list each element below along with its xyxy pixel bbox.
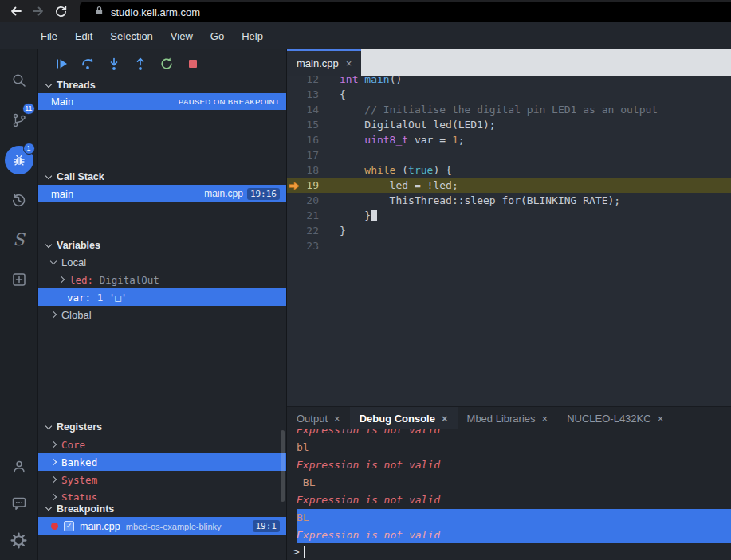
step-into-icon[interactable] bbox=[107, 57, 121, 71]
chevron-down-icon bbox=[45, 80, 52, 87]
close-icon[interactable]: × bbox=[346, 57, 352, 69]
code-line: 13{ bbox=[287, 87, 731, 102]
debug-toolbar bbox=[38, 49, 286, 77]
register-group-banked[interactable]: Banked bbox=[38, 453, 286, 471]
console-line: BL bbox=[297, 509, 731, 527]
menu-go[interactable]: Go bbox=[202, 22, 233, 49]
scm-badge: 11 bbox=[22, 103, 34, 115]
breakpoint-project: mbed-os-example-blinky bbox=[126, 522, 222, 531]
browser-chrome: studio.keil.arm.com bbox=[0, 0, 731, 22]
s-logo-icon[interactable]: S bbox=[0, 220, 38, 260]
chevron-right-icon bbox=[50, 494, 57, 500]
menu-edit[interactable]: Edit bbox=[66, 22, 101, 49]
registers-section-header[interactable]: Registers bbox=[38, 418, 286, 436]
input-caret bbox=[304, 546, 305, 558]
close-icon[interactable]: × bbox=[334, 413, 340, 425]
tab-mbed-libraries[interactable]: Mbed Libraries× bbox=[458, 407, 558, 429]
menubar: File Edit Selection View Go Help bbox=[0, 22, 731, 49]
continue-icon[interactable] bbox=[54, 57, 69, 71]
threads-section-header[interactable]: Threads bbox=[38, 77, 286, 93]
register-group-system[interactable]: System bbox=[38, 471, 286, 488]
chevron-right-icon bbox=[50, 311, 57, 318]
console-line: bl bbox=[287, 439, 731, 456]
search-icon[interactable] bbox=[0, 61, 38, 100]
variables-global-group[interactable]: Global bbox=[38, 306, 286, 323]
editor-area: main.cpp × 12int main() 13{ 14 // Initia… bbox=[287, 49, 731, 560]
browser-reload-button[interactable] bbox=[51, 2, 70, 21]
debug-sidebar: Threads Main PAUSED ON BREAKPOINT Call S… bbox=[38, 49, 287, 560]
account-icon[interactable] bbox=[0, 448, 38, 485]
variables-local-group[interactable]: Local bbox=[38, 253, 286, 271]
chevron-down-icon bbox=[50, 257, 57, 264]
step-out-icon[interactable] bbox=[133, 57, 147, 71]
code-line: 14 // Initialise the digital pin LED1 as… bbox=[287, 102, 731, 117]
debug-console-output: Expression is not valid bl Expression is… bbox=[287, 429, 731, 543]
close-icon[interactable]: × bbox=[542, 413, 548, 425]
debug-bug-icon[interactable]: 1 bbox=[0, 140, 38, 180]
tab-debug-console[interactable]: Debug Console× bbox=[350, 407, 458, 429]
browser-forward-button[interactable] bbox=[29, 2, 48, 21]
activity-bar: 11 1 S bbox=[0, 49, 38, 560]
chevron-down-icon bbox=[45, 172, 52, 178]
panel-tab-bar: Output× Debug Console× Mbed Libraries× N… bbox=[287, 407, 731, 429]
keil-studio-window: studio.keil.arm.com File Edit Selection … bbox=[0, 0, 731, 560]
variable-row-led[interactable]: led: DigitalOut bbox=[38, 271, 286, 288]
frame-file: main.cpp bbox=[204, 188, 243, 199]
console-line: Expression is not valid bbox=[287, 491, 731, 509]
history-icon[interactable] bbox=[0, 180, 38, 220]
console-line: Expression is not valid bbox=[297, 527, 731, 543]
thread-row-main[interactable]: Main PAUSED ON BREAKPOINT bbox=[38, 93, 286, 110]
breakpoints-section-header[interactable]: Breakpoints bbox=[38, 500, 286, 517]
lock-icon bbox=[94, 5, 104, 19]
tab-nucleo-l432kc[interactable]: NUCLEO-L432KC× bbox=[557, 407, 673, 429]
tab-output[interactable]: Output× bbox=[287, 407, 350, 429]
chevron-down-icon bbox=[45, 241, 52, 247]
register-group-core[interactable]: Core bbox=[38, 436, 286, 453]
variables-section-header[interactable]: Variables bbox=[38, 237, 286, 253]
code-line: 21 } bbox=[287, 208, 731, 223]
close-icon[interactable]: × bbox=[658, 413, 664, 425]
thread-status: PAUSED ON BREAKPOINT bbox=[179, 97, 280, 106]
tab-main-cpp[interactable]: main.cpp × bbox=[287, 49, 361, 76]
register-group-status[interactable]: Status bbox=[38, 488, 286, 500]
code-editor[interactable]: 12int main() 13{ 14 // Initialise the di… bbox=[287, 76, 731, 406]
menu-help[interactable]: Help bbox=[233, 22, 272, 49]
call-stack-frame-main[interactable]: main main.cpp 19:16 bbox=[38, 185, 286, 202]
feedback-icon[interactable] bbox=[0, 485, 38, 522]
sidebar-scrollbar[interactable] bbox=[281, 430, 285, 502]
settings-gear-icon[interactable] bbox=[0, 522, 38, 558]
url-bar[interactable]: studio.keil.arm.com bbox=[80, 2, 731, 22]
console-selection: BL Expression is not valid bbox=[297, 509, 731, 543]
chevron-right-icon bbox=[50, 441, 57, 448]
breakpoint-row[interactable]: ✓ main.cpp mbed-os-example-blinky 19:1 bbox=[38, 517, 286, 535]
chevron-down-icon bbox=[45, 504, 52, 511]
debug-console-input[interactable]: > bbox=[287, 543, 731, 560]
code-line: 12int main() bbox=[287, 76, 731, 87]
source-control-icon[interactable]: 11 bbox=[0, 100, 38, 140]
breakpoint-checkbox[interactable]: ✓ bbox=[64, 521, 74, 531]
call-stack-section-header[interactable]: Call Stack bbox=[38, 169, 286, 185]
code-line: 16 uint8_t var = 1; bbox=[287, 132, 731, 147]
close-icon[interactable]: × bbox=[442, 413, 448, 425]
code-line: 15 DigitalOut led(LED1); bbox=[287, 117, 731, 132]
text-cursor bbox=[371, 210, 377, 221]
restart-icon[interactable] bbox=[159, 57, 174, 71]
code-line: 18 while (true) { bbox=[287, 163, 731, 178]
menu-file[interactable]: File bbox=[32, 22, 66, 49]
code-line: 17 bbox=[287, 147, 731, 163]
variable-row-var[interactable]: var: 1 '□' bbox=[38, 288, 286, 306]
chevron-right-icon bbox=[58, 276, 65, 283]
current-execution-line: 19 led = !led; bbox=[287, 178, 731, 193]
stop-icon[interactable] bbox=[186, 57, 200, 71]
frame-position-badge: 19:16 bbox=[247, 188, 280, 200]
chevron-right-icon bbox=[50, 476, 57, 483]
console-prompt: > bbox=[293, 546, 300, 558]
new-project-icon[interactable] bbox=[0, 260, 38, 300]
browser-back-button[interactable] bbox=[6, 2, 26, 21]
code-line: 22} bbox=[287, 223, 731, 238]
menu-selection[interactable]: Selection bbox=[101, 22, 161, 49]
step-over-icon[interactable] bbox=[81, 57, 95, 71]
console-line: Expression is not valid bbox=[287, 456, 731, 474]
editor-tab-bar: main.cpp × bbox=[287, 49, 731, 76]
menu-view[interactable]: View bbox=[162, 22, 202, 49]
